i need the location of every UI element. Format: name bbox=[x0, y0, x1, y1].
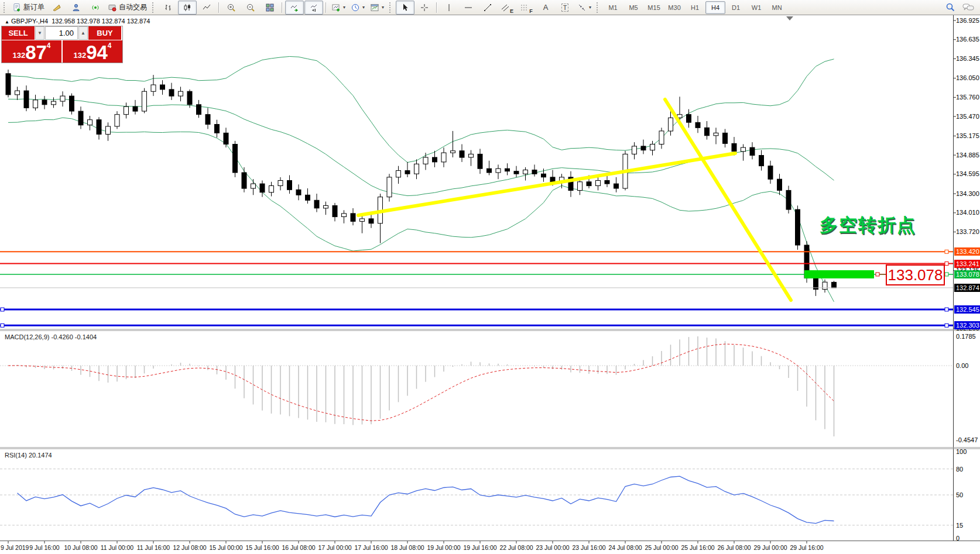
price-tick-label: 135.470 bbox=[956, 113, 979, 120]
price-level-badge: 132.545 bbox=[954, 305, 980, 314]
current-price-badge: 132.874 bbox=[954, 284, 980, 292]
arrows-icon bbox=[577, 3, 587, 12]
timeframe-button-m1[interactable]: M1 bbox=[603, 1, 623, 14]
price-tick-label: 134.300 bbox=[956, 190, 979, 197]
toolbar-separator bbox=[325, 2, 327, 13]
vertical-line-icon bbox=[445, 3, 453, 12]
auto-scroll-button[interactable] bbox=[285, 1, 304, 15]
auto-trading-button[interactable]: 自动交易 bbox=[105, 1, 149, 15]
sell-price[interactable]: 132874 bbox=[2, 40, 61, 63]
zoom-in-button[interactable] bbox=[222, 1, 241, 15]
equidistant-channel-button[interactable]: E bbox=[498, 1, 516, 15]
timeframe-button-d1[interactable]: D1 bbox=[726, 1, 746, 14]
price-tick-label: 134.885 bbox=[956, 152, 979, 159]
text-button[interactable]: A bbox=[536, 1, 555, 15]
horizontal-line-icon bbox=[464, 3, 473, 12]
timeframe-group: M1M5M15M30H1H4D1W1MN bbox=[603, 1, 787, 14]
chart-annotation-text: 多空转折点 bbox=[820, 213, 916, 238]
bar-chart-icon bbox=[163, 3, 173, 12]
sell-button[interactable]: SELL bbox=[2, 26, 35, 40]
fibonacci-letter: F bbox=[529, 8, 533, 14]
vertical-line-button[interactable] bbox=[440, 1, 458, 15]
timeframe-button-m5[interactable]: M5 bbox=[623, 1, 643, 14]
fibonacci-button[interactable]: F bbox=[517, 1, 536, 15]
search-icon[interactable] bbox=[945, 2, 955, 12]
sell-price-prefix: 132 bbox=[12, 51, 25, 60]
tile-windows-icon bbox=[265, 3, 275, 12]
timeframe-button-m15[interactable]: M15 bbox=[644, 1, 664, 14]
trendline-icon bbox=[483, 3, 492, 12]
toolbar-grip[interactable] bbox=[597, 2, 600, 13]
price-level-badge: 132.303 bbox=[954, 321, 980, 329]
signals-button[interactable] bbox=[86, 1, 105, 15]
buy-price[interactable]: 132944 bbox=[63, 40, 122, 63]
templates-button[interactable]: ▾ bbox=[368, 1, 386, 15]
profile-icon bbox=[71, 3, 81, 12]
crosshair-button[interactable] bbox=[415, 1, 434, 15]
zoom-out-button[interactable] bbox=[241, 1, 260, 15]
rsi-axis-label: 0 bbox=[956, 535, 960, 542]
line-chart-icon bbox=[202, 3, 211, 12]
new-chart-icon bbox=[331, 3, 341, 12]
timeframe-button-mn[interactable]: MN bbox=[767, 1, 787, 14]
symbol-ohlc: 132.958 132.978 132.874 132.874 bbox=[52, 18, 150, 25]
rsi-axis-label: 80 bbox=[956, 466, 963, 473]
cursor-button[interactable] bbox=[396, 1, 414, 15]
application-window: { "toolbar": { "new_order_label": "新订单",… bbox=[0, 0, 980, 554]
channel-icon bbox=[501, 3, 510, 12]
price-tick-label: 136.345 bbox=[956, 55, 979, 62]
trendline-button[interactable] bbox=[478, 1, 497, 15]
toolbar-grip[interactable] bbox=[152, 2, 156, 13]
templates-icon bbox=[370, 3, 379, 12]
profile-button[interactable] bbox=[67, 1, 85, 15]
text-label-button[interactable]: T bbox=[556, 1, 574, 15]
signals-icon bbox=[91, 3, 100, 12]
buy-price-prefix: 132 bbox=[73, 51, 86, 60]
rsi-axis-label: 15 bbox=[956, 522, 963, 529]
one-click-trade-panel: SELL ▼ 1.00 ▲ BUY 132874 132944 bbox=[1, 26, 123, 63]
chart-shift-button[interactable] bbox=[304, 1, 323, 15]
volume-increase-button[interactable]: ▲ bbox=[78, 26, 88, 40]
volume-field[interactable]: 1.00 bbox=[45, 26, 78, 40]
macd-axis-label: -0.4547 bbox=[956, 436, 978, 443]
line-chart-button[interactable] bbox=[197, 1, 216, 15]
main-toolbar: 新订单 自动交易 ▾ ▾ bbox=[0, 0, 980, 15]
price-tick-label: 135.175 bbox=[956, 132, 979, 139]
toolbar-separator bbox=[282, 2, 283, 13]
chart-canvas[interactable] bbox=[0, 0, 980, 554]
price-tick-label: 136.925 bbox=[956, 17, 979, 24]
periods-clock-button[interactable]: ▾ bbox=[348, 1, 367, 15]
new-order-icon bbox=[12, 3, 22, 12]
volume-decrease-button[interactable]: ▼ bbox=[35, 26, 44, 40]
timeframe-button-m30[interactable]: M30 bbox=[664, 1, 684, 14]
buy-price-sup: 4 bbox=[108, 42, 112, 50]
date-label: 29 Jul 16:00 bbox=[783, 544, 830, 551]
tile-windows-button[interactable] bbox=[261, 1, 279, 15]
label-tool-letter: T bbox=[561, 4, 569, 12]
chevron-down-icon: ▾ bbox=[362, 5, 365, 10]
timeframe-button-h4[interactable]: H4 bbox=[705, 1, 725, 14]
timeframe-button-h1[interactable]: H1 bbox=[685, 1, 705, 14]
price-level-badge: 133.241 bbox=[954, 260, 980, 268]
new-chart-button[interactable]: ▾ bbox=[329, 1, 348, 15]
new-order-button[interactable]: 新订单 bbox=[10, 1, 47, 15]
chat-icon[interactable] bbox=[962, 3, 974, 12]
collapse-icon[interactable]: ▲ bbox=[5, 19, 9, 25]
sell-price-sup: 4 bbox=[47, 42, 51, 50]
buy-button[interactable]: BUY bbox=[88, 26, 121, 40]
symbol-title: GBPJPY-,H4 bbox=[11, 18, 48, 25]
arrows-button[interactable]: ▾ bbox=[575, 1, 594, 15]
metaeditor-button[interactable] bbox=[47, 1, 66, 15]
bar-chart-button[interactable] bbox=[159, 1, 177, 15]
toolbar-grip[interactable] bbox=[389, 2, 393, 13]
candlestick-button[interactable] bbox=[178, 1, 197, 15]
timeframe-button-w1[interactable]: W1 bbox=[746, 1, 766, 14]
toolbar-grip[interactable] bbox=[4, 2, 7, 13]
price-level-badge: 133.078 bbox=[954, 270, 980, 278]
price-level-badge: 133.420 bbox=[954, 247, 980, 256]
sell-price-big: 87 bbox=[25, 44, 47, 61]
fibonacci-icon bbox=[520, 3, 529, 12]
horizontal-line-button[interactable] bbox=[459, 1, 478, 15]
auto-trading-icon bbox=[108, 3, 117, 12]
auto-scroll-icon bbox=[290, 3, 299, 12]
